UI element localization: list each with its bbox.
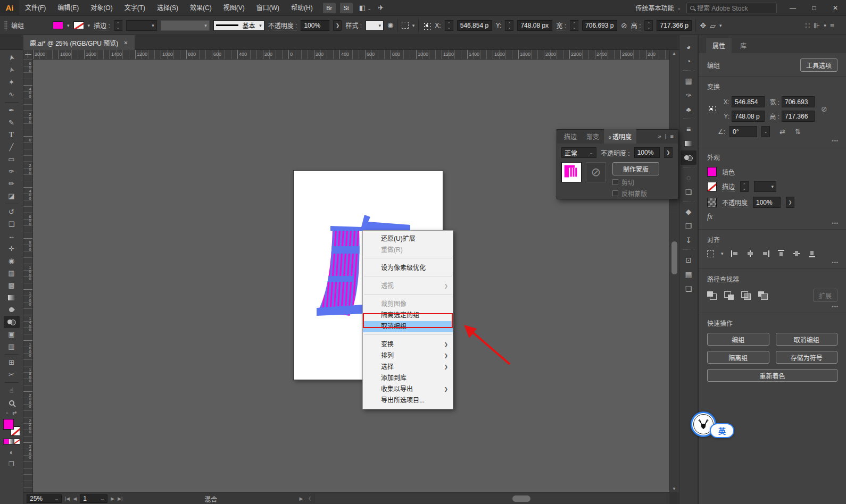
pathfinder-minus-front-icon[interactable] bbox=[724, 291, 734, 300]
color-mode-button[interactable] bbox=[4, 439, 9, 444]
swatches-panel-icon[interactable]: ▦ bbox=[681, 73, 696, 88]
more-options-icon[interactable]: ••• bbox=[832, 304, 839, 309]
tool[interactable] bbox=[4, 100, 20, 104]
panel-tab[interactable]: 透明度 bbox=[604, 129, 636, 144]
context-menu-item[interactable] bbox=[363, 334, 453, 339]
menubar-item[interactable]: 帮助(H) bbox=[285, 0, 319, 16]
panel-tab[interactable]: 属性 bbox=[706, 38, 732, 53]
maximize-button[interactable]: □ bbox=[803, 1, 825, 15]
first-artboard-button[interactable]: |◀ bbox=[65, 496, 70, 501]
gradient-mode-button[interactable] bbox=[9, 439, 14, 444]
align-bottom-icon[interactable] bbox=[808, 249, 816, 258]
menubar-item[interactable]: 选择(S) bbox=[151, 0, 184, 16]
scroll-left-icon[interactable]: 〈 bbox=[306, 495, 311, 502]
quick-action-button[interactable]: 编组 bbox=[707, 333, 769, 346]
scroll-down-icon[interactable]: ▼ bbox=[672, 486, 676, 491]
fill-color-swatch[interactable] bbox=[53, 21, 63, 29]
mask-thumbnail[interactable]: ⊘ bbox=[586, 162, 606, 182]
eyedropper-tool[interactable] bbox=[4, 304, 20, 316]
clip-checkbox[interactable]: 剪切 bbox=[612, 178, 659, 187]
rectangle-tool[interactable]: ▭ bbox=[4, 153, 20, 165]
free-transform-icon[interactable]: ✥ bbox=[700, 21, 706, 30]
pen-tool[interactable]: ✒ bbox=[4, 104, 20, 116]
align-top-icon[interactable] bbox=[777, 249, 785, 258]
menubar-item[interactable]: 窗口(W) bbox=[251, 0, 285, 16]
dock-icon[interactable] bbox=[681, 116, 696, 122]
control-options-icon[interactable]: ≡ bbox=[830, 21, 834, 30]
gradient-tool[interactable] bbox=[4, 291, 20, 304]
stroke-weight-stepper[interactable]: ⌃⌄ bbox=[740, 181, 749, 192]
panel-menu-icon[interactable]: » | ≡ bbox=[658, 133, 675, 139]
flip-vertical-icon[interactable]: ⇅ bbox=[795, 128, 801, 136]
brush-definition-select[interactable]: ▾ bbox=[161, 20, 210, 31]
context-menu-item[interactable]: 取消编组 bbox=[363, 321, 453, 332]
draw-mode-icon[interactable]: ◐ bbox=[10, 449, 13, 456]
height-input[interactable]: 717.366 p bbox=[657, 20, 692, 31]
vertical-scroll-thumb[interactable] bbox=[671, 241, 677, 274]
paintbrush-tool[interactable]: ✑ bbox=[4, 165, 20, 178]
ime-indicator[interactable]: 英 bbox=[690, 409, 748, 443]
artboards-panel-icon[interactable]: ❐ bbox=[681, 219, 696, 233]
default-colors-icon[interactable]: ▫ bbox=[6, 410, 9, 416]
scale-tool[interactable]: ❏ bbox=[4, 218, 20, 230]
transform-panel-icon[interactable]: ⊡ bbox=[681, 253, 696, 267]
context-menu-item[interactable] bbox=[363, 258, 453, 263]
flip-horizontal-icon[interactable]: ⇄ bbox=[779, 128, 785, 136]
horizontal-scroll-thumb[interactable] bbox=[512, 495, 530, 502]
eraser-tool[interactable]: ◪ bbox=[4, 190, 20, 202]
dock-icon[interactable] bbox=[681, 199, 696, 204]
curvature-tool[interactable]: ✎ bbox=[4, 116, 20, 129]
puppet-warp-tool[interactable]: ✛ bbox=[4, 242, 20, 255]
next-artboard-button[interactable]: ▶ bbox=[111, 496, 114, 501]
transparency-panel-icon[interactable] bbox=[681, 150, 696, 165]
asset-export-panel-icon[interactable]: ↧ bbox=[681, 233, 696, 247]
opacity-popup-arrow[interactable]: ❯ bbox=[333, 20, 342, 31]
panel-drag-handle[interactable] bbox=[4, 21, 7, 30]
stroke-color-swatch[interactable] bbox=[73, 21, 84, 29]
x-input[interactable]: 546.854 bbox=[732, 96, 765, 107]
last-artboard-button[interactable]: ▶| bbox=[118, 496, 122, 501]
pathfinder-unite-icon[interactable] bbox=[707, 291, 717, 300]
quick-action-button[interactable]: 取消编组 bbox=[776, 333, 838, 346]
hand-tool[interactable]: ☝ bbox=[4, 384, 20, 397]
swap-colors-icon[interactable]: ⇄ bbox=[12, 410, 16, 416]
invert-mask-checkbox[interactable]: 反相蒙版 bbox=[612, 189, 659, 198]
align-pixel-grid-icon[interactable]: ∷ bbox=[805, 21, 810, 30]
panel-tab[interactable]: 描边 bbox=[559, 129, 582, 144]
menubar-item[interactable]: 编辑(E) bbox=[52, 0, 85, 16]
dock-icon[interactable] bbox=[681, 68, 696, 73]
stroke-weight-label[interactable]: 描边 : bbox=[94, 21, 110, 30]
tool[interactable] bbox=[4, 381, 20, 384]
width-label[interactable]: 宽 : bbox=[556, 21, 566, 30]
scroll-up-icon[interactable]: ▲ bbox=[672, 51, 676, 56]
close-tab-icon[interactable]: ✕ bbox=[123, 40, 128, 46]
y-input[interactable]: 748.08 px bbox=[517, 20, 552, 31]
perspective-grid-tool[interactable]: ▦ bbox=[4, 267, 20, 279]
layers-panel-icon[interactable]: ◆ bbox=[681, 204, 696, 219]
stroke-weight-select[interactable]: ▾ bbox=[754, 181, 776, 192]
dock-icon[interactable] bbox=[681, 247, 696, 253]
column-graph-tool[interactable]: ▥ bbox=[4, 340, 20, 352]
context-menu-item[interactable] bbox=[363, 276, 453, 281]
color-panel-icon[interactable]: ◕ bbox=[681, 39, 696, 54]
context-menu-item[interactable]: 导出所选项目... bbox=[363, 395, 453, 406]
stroke-weight-stepper[interactable]: ⌃⌄ bbox=[114, 20, 122, 31]
pathfinder-exclude-icon[interactable] bbox=[758, 291, 768, 300]
ime-language-toggle[interactable]: 英 bbox=[710, 423, 734, 438]
select-similar-icon[interactable] bbox=[402, 22, 409, 29]
opacity-input[interactable]: 100% bbox=[753, 197, 781, 208]
color-guide-panel-icon[interactable]: ◔ bbox=[681, 54, 696, 68]
vertical-scrollbar[interactable]: ▲ ▼ bbox=[669, 50, 679, 492]
recolor-button[interactable]: 重新着色 bbox=[707, 369, 837, 382]
opacity-label[interactable]: 不透明度 bbox=[722, 198, 748, 207]
context-menu-item[interactable]: 添加到库 bbox=[363, 373, 453, 384]
tool[interactable] bbox=[4, 352, 20, 356]
opacity-popup-arrow[interactable]: ❯ bbox=[786, 197, 794, 208]
zoom-tool[interactable] bbox=[4, 397, 20, 409]
context-menu-item[interactable]: 排列 bbox=[363, 350, 453, 362]
tool[interactable] bbox=[4, 202, 20, 206]
shape-builder-tool[interactable]: ◉ bbox=[4, 255, 20, 267]
horizontal-scrollbar[interactable] bbox=[314, 494, 666, 503]
opacity-swatch[interactable] bbox=[707, 198, 717, 207]
brushes-panel-icon[interactable]: ✑ bbox=[681, 88, 696, 102]
